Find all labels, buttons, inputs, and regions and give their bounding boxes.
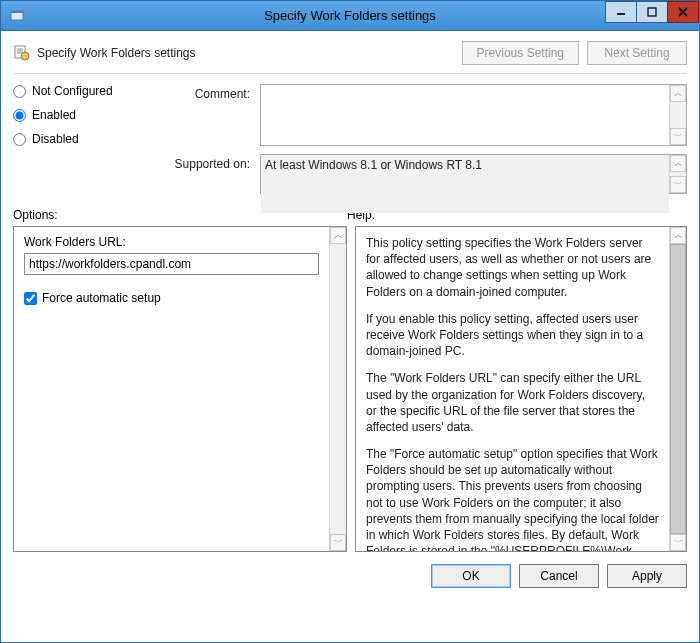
scroll-down-icon[interactable]: ﹀ (670, 128, 686, 145)
dialog-footer: OK Cancel Apply (1, 552, 699, 598)
radio-enabled-input[interactable] (13, 109, 26, 122)
comment-value[interactable] (261, 85, 669, 145)
radio-not-configured[interactable]: Not Configured (13, 84, 158, 98)
policy-icon (13, 44, 31, 62)
comment-textarea[interactable]: ︿ ﹀ (260, 84, 687, 146)
app-icon (9, 8, 25, 24)
help-text-p3: The "Work Folders URL" can specify eithe… (366, 370, 659, 435)
scroll-down-icon[interactable]: ﹀ (670, 534, 686, 551)
supported-label: Supported on: (164, 154, 254, 171)
supported-scrollbar[interactable]: ︿ ﹀ (669, 155, 686, 193)
help-text-p1: This policy setting specifies the Work F… (366, 235, 659, 300)
force-automatic-setup-label: Force automatic setup (42, 291, 161, 305)
radio-disabled[interactable]: Disabled (13, 132, 158, 146)
close-button[interactable] (667, 1, 699, 23)
help-text-p2: If you enable this policy setting, affec… (366, 311, 659, 360)
previous-setting-button[interactable]: Previous Setting (462, 41, 579, 65)
scroll-up-icon[interactable]: ︿ (330, 227, 346, 244)
page-title: Specify Work Folders settings (37, 46, 196, 60)
comment-label: Comment: (164, 84, 254, 101)
force-automatic-setup-checkbox[interactable] (24, 292, 37, 305)
titlebar[interactable]: Specify Work Folders settings (1, 1, 699, 31)
supported-on-box: At least Windows 8.1 or Windows RT 8.1 ︿… (260, 154, 687, 194)
radio-disabled-input[interactable] (13, 133, 26, 146)
comment-scrollbar[interactable]: ︿ ﹀ (669, 85, 686, 145)
divider (13, 73, 687, 74)
scroll-up-icon[interactable]: ︿ (670, 85, 686, 102)
radio-enabled-label: Enabled (32, 108, 76, 122)
scroll-up-icon[interactable]: ︿ (670, 155, 686, 172)
help-text-p4: The "Force automatic setup" option speci… (366, 446, 659, 551)
ok-button[interactable]: OK (431, 564, 511, 588)
options-panel: Work Folders URL: Force automatic setup … (13, 226, 347, 552)
supported-on-value: At least Windows 8.1 or Windows RT 8.1 (261, 155, 669, 213)
next-setting-button[interactable]: Next Setting (587, 41, 687, 65)
radio-not-configured-label: Not Configured (32, 84, 113, 98)
force-automatic-setup-row[interactable]: Force automatic setup (24, 291, 319, 305)
radio-not-configured-input[interactable] (13, 85, 26, 98)
help-panel: This policy setting specifies the Work F… (355, 226, 687, 552)
minimize-button[interactable] (605, 1, 637, 23)
state-radio-group: Not Configured Enabled Disabled (13, 84, 158, 156)
scroll-up-icon[interactable]: ︿ (670, 227, 686, 244)
window-title: Specify Work Folders settings (1, 8, 699, 23)
apply-button[interactable]: Apply (607, 564, 687, 588)
help-scrollbar[interactable]: ︿ ﹀ (669, 227, 686, 551)
radio-disabled-label: Disabled (32, 132, 79, 146)
radio-enabled[interactable]: Enabled (13, 108, 158, 122)
work-folders-url-label: Work Folders URL: (24, 235, 319, 249)
work-folders-url-input[interactable] (24, 253, 319, 275)
svg-point-10 (21, 52, 29, 60)
scroll-down-icon[interactable]: ﹀ (670, 176, 686, 193)
cancel-button[interactable]: Cancel (519, 564, 599, 588)
scroll-down-icon[interactable]: ﹀ (330, 534, 346, 551)
maximize-button[interactable] (636, 1, 668, 23)
svg-rect-3 (648, 8, 656, 16)
svg-rect-1 (11, 11, 23, 13)
options-scrollbar[interactable]: ︿ ﹀ (329, 227, 346, 551)
